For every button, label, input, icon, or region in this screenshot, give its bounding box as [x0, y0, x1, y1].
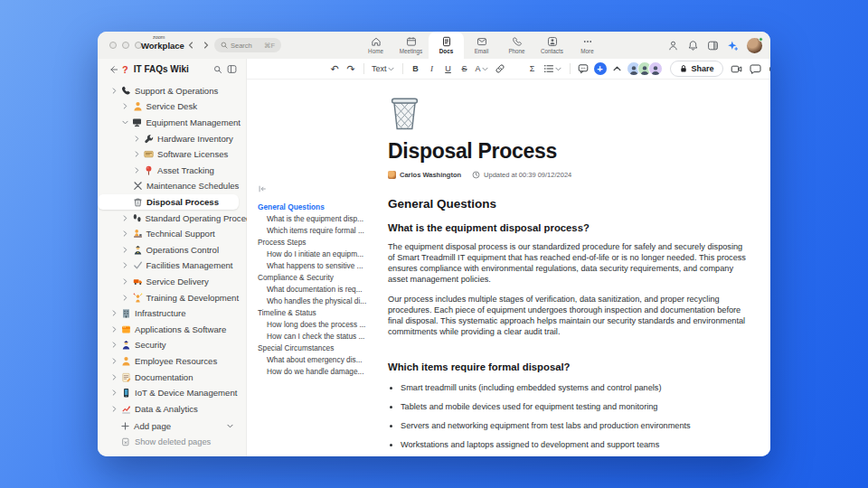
sidebar-item-data-analytics[interactable]: Data & Analytics	[98, 400, 241, 417]
toc-item-who-handles-the-physical-di[interactable]: Who handles the physical di...	[258, 295, 384, 306]
panel-icon[interactable]	[707, 40, 719, 52]
chevron-right-icon[interactable]	[110, 326, 118, 333]
toc-item-what-about-emergency-dis[interactable]: What about emergency dis...	[258, 353, 384, 365]
chevron-right-icon[interactable]	[122, 278, 129, 285]
chevron-right-icon[interactable]	[122, 247, 129, 253]
chevron-right-icon[interactable]	[122, 262, 129, 268]
close-window-button[interactable]	[109, 42, 117, 49]
sidebar-collapse-icon[interactable]	[227, 64, 237, 74]
sidebar-item-security[interactable]: Security	[98, 337, 241, 353]
sparkle-icon[interactable]	[727, 40, 739, 52]
toc-item-what-happens-to-sensitive[interactable]: What happens to sensitive ...	[258, 259, 384, 271]
chevron-right-icon[interactable]	[110, 374, 118, 380]
sidebar-item-facilities-management[interactable]: Facilities Management	[98, 258, 241, 274]
toc-item-how-long-does-the-process[interactable]: How long does the process ...	[258, 318, 384, 330]
tab-contacts[interactable]: Contacts	[534, 32, 570, 59]
toc-item-compliance-security[interactable]: Compliance & Security	[258, 271, 384, 283]
toc-item-how-do-we-handle-damage[interactable]: How do we handle damage...	[258, 365, 384, 377]
chevron-down-icon[interactable]	[226, 423, 233, 429]
share-button[interactable]: Share	[670, 61, 723, 77]
sidebar-item-operations-control[interactable]: Operations Control	[98, 241, 241, 258]
globe-icon[interactable]	[769, 63, 770, 75]
toc-item-what-documentation-is-req[interactable]: What documentation is req...	[258, 283, 384, 295]
sidebar-item-service-desk[interactable]: Service Desk	[98, 99, 241, 115]
bold-button[interactable]: B	[409, 61, 423, 76]
toc-item-process-steps[interactable]: Process Steps	[258, 236, 384, 248]
tab-more[interactable]: More	[570, 32, 605, 59]
tab-meetings[interactable]: Meetings	[393, 32, 429, 59]
collapse-toolbar-button[interactable]	[610, 61, 625, 76]
comment-button[interactable]	[576, 61, 590, 76]
document-title[interactable]: Disposal Process	[388, 139, 748, 164]
document-body[interactable]: Disposal Process Carlos Washington Updat…	[388, 80, 748, 456]
minimize-window-button[interactable]	[122, 42, 129, 49]
undo-button[interactable]: ↶	[327, 61, 342, 76]
tab-home[interactable]: Home	[358, 32, 393, 59]
chevron-right-icon[interactable]	[133, 167, 140, 174]
chevron-down-icon[interactable]	[122, 119, 129, 126]
history-forward-button[interactable]	[200, 39, 212, 52]
sidebar-item-training-development[interactable]: Training & Development	[98, 289, 241, 305]
sidebar-item-software-licenses[interactable]: Software Licenses	[98, 146, 241, 163]
chevron-right-icon[interactable]	[110, 358, 118, 364]
sidebar-item-hardware-inventory[interactable]: Hardware Inventory	[98, 130, 241, 146]
list-style-button[interactable]	[542, 61, 564, 76]
outline-collapse-icon[interactable]	[258, 184, 267, 193]
underline-button[interactable]: U	[441, 61, 456, 76]
chevron-right-icon[interactable]	[122, 295, 129, 301]
chevron-right-icon[interactable]	[110, 88, 118, 94]
add-page-button[interactable]: Add page	[98, 418, 246, 434]
sidebar-item-disposal-process[interactable]: Disposal Process	[98, 194, 239, 211]
toc-item-timeline-status[interactable]: Timeline & Status	[258, 306, 384, 318]
bell-icon[interactable]	[687, 40, 699, 52]
sidebar-item-iot-device-management[interactable]: IoT & Device Management	[98, 385, 241, 401]
toc-item-what-is-the-equipment-disp[interactable]: What is the equipment disp...	[258, 212, 384, 224]
sidebar-item-technical-support[interactable]: Technical Support	[98, 226, 241, 242]
chevron-right-icon[interactable]	[110, 406, 118, 412]
equation-button[interactable]: Σ	[525, 61, 540, 76]
chevron-right-icon[interactable]	[133, 151, 140, 157]
tab-email[interactable]: Email	[464, 32, 499, 59]
strikethrough-button[interactable]: S	[458, 61, 472, 76]
sidebar-item-applications-software[interactable]: Applications & Software	[98, 321, 241, 337]
chevron-right-icon[interactable]	[110, 310, 118, 316]
toc-item-how-do-i-initiate-an-equipm[interactable]: How do I initiate an equipm...	[258, 248, 384, 259]
toc-item-how-can-i-check-the-status[interactable]: How can I check the status ...	[258, 330, 384, 342]
back-arrow-icon[interactable]	[108, 65, 118, 74]
user-avatar[interactable]	[747, 38, 762, 53]
toc-item-which-items-require-formal[interactable]: Which items require formal ...	[258, 224, 384, 236]
italic-button[interactable]: I	[425, 61, 439, 76]
profile-icon[interactable]	[667, 40, 679, 52]
sidebar-item-service-delivery[interactable]: Service Delivery	[98, 274, 241, 290]
insert-button[interactable]: +	[592, 61, 609, 76]
text-style-button[interactable]: Text	[370, 61, 397, 76]
sidebar-item-maintenance-schedules[interactable]: Maintenance Schedules	[98, 178, 241, 194]
sidebar-item-documentation[interactable]: Documentation	[98, 369, 241, 385]
chevron-right-icon[interactable]	[133, 136, 140, 142]
chat-icon[interactable]	[750, 63, 761, 75]
chevron-right-icon[interactable]	[110, 342, 118, 348]
collaborator-avatar[interactable]	[648, 61, 663, 76]
global-search-input[interactable]: Search ⌘F	[214, 38, 281, 52]
chevron-right-icon[interactable]	[122, 103, 129, 109]
chevron-right-icon[interactable]	[110, 389, 118, 396]
chevron-right-icon[interactable]	[122, 215, 128, 221]
sidebar-item-employee-resources[interactable]: Employee Resources	[98, 353, 241, 370]
show-deleted-pages-button[interactable]: Show deleted pages	[98, 434, 246, 449]
link-button[interactable]	[493, 61, 507, 76]
code-button[interactable]	[509, 61, 524, 76]
redo-button[interactable]: ↷	[344, 61, 358, 76]
sidebar-item-support-operations[interactable]: Support & Operations	[98, 83, 241, 99]
sidebar-item-asset-tracking[interactable]: Asset Tracking	[98, 163, 241, 179]
sidebar-item-standard-operating-procedures[interactable]: Standard Operating Procedures	[98, 210, 241, 226]
history-back-button[interactable]	[184, 39, 197, 52]
sidebar-search-icon[interactable]	[213, 65, 222, 74]
toc-item-general-questions[interactable]: General Questions	[258, 201, 384, 212]
video-icon[interactable]	[731, 63, 742, 75]
toc-item-special-circumstances[interactable]: Special Circumstances	[258, 342, 384, 353]
sidebar-item-infrastructure[interactable]: Infrastructure	[98, 305, 241, 322]
tab-phone[interactable]: Phone	[499, 32, 534, 59]
sidebar-item-equipment-management[interactable]: Equipment Management	[98, 115, 241, 131]
chevron-right-icon[interactable]	[122, 230, 129, 237]
text-color-button[interactable]: A	[474, 61, 491, 76]
